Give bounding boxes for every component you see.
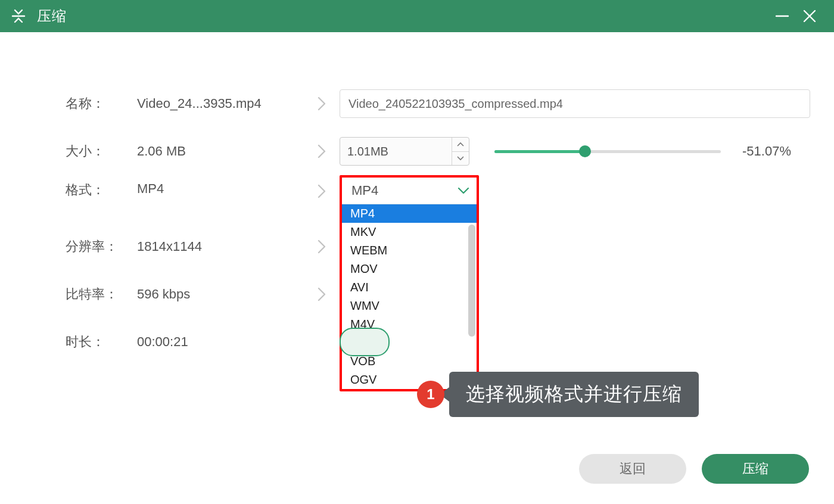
- content-area: 名称： Video_24...3935.mp4 Video_2405221039…: [0, 32, 834, 366]
- chevron-down-icon: [458, 186, 469, 195]
- callout-text: 选择视频格式并进行压缩: [449, 372, 699, 417]
- format-selected-value: MP4: [351, 183, 378, 198]
- duration-target-pill[interactable]: [340, 328, 390, 356]
- target-size-spinner[interactable]: 1.01MB: [340, 137, 469, 166]
- size-step-down[interactable]: [452, 152, 469, 166]
- format-option[interactable]: AVI: [342, 278, 477, 297]
- titlebar: 压缩: [0, 0, 834, 32]
- format-combobox-highlight: MP4 MP4MKVWEBMMOVAVIWMVM4VASFVOBOGV: [340, 175, 479, 391]
- format-option[interactable]: WEBM: [342, 241, 477, 260]
- callout-badge: 1: [417, 381, 444, 408]
- size-slider-fill: [494, 150, 585, 153]
- arrow-icon: [304, 239, 340, 254]
- scrollbar-thumb[interactable]: [468, 225, 475, 337]
- output-name-value: Video_240522103935_compressed.mp4: [348, 97, 563, 111]
- source-name: Video_24...3935.mp4: [137, 96, 304, 111]
- size-slider[interactable]: [494, 150, 721, 153]
- row-format: 格式： MP4 MP4 MP4MKVWEBMMOVAVIWMVM4VASFVOB…: [66, 175, 810, 223]
- output-name-field[interactable]: Video_240522103935_compressed.mp4: [340, 89, 810, 118]
- row-name: 名称： Video_24...3935.mp4 Video_2405221039…: [66, 80, 810, 127]
- minimize-button[interactable]: [768, 0, 796, 32]
- size-slider-thumb[interactable]: [579, 145, 591, 157]
- back-button[interactable]: 返回: [579, 454, 686, 484]
- format-option[interactable]: MP4: [342, 204, 477, 223]
- label-bitrate: 比特率：: [66, 285, 137, 303]
- window-title: 压缩: [37, 7, 67, 26]
- compress-button-label: 压缩: [742, 460, 768, 478]
- format-option[interactable]: MOV: [342, 260, 477, 278]
- back-button-label: 返回: [620, 460, 646, 478]
- size-step-up[interactable]: [452, 138, 469, 152]
- compress-app-icon: [8, 6, 29, 26]
- source-duration: 00:00:21: [137, 334, 304, 350]
- compress-button[interactable]: 压缩: [702, 454, 809, 484]
- row-size: 大小： 2.06 MB 1.01MB: [66, 127, 810, 175]
- label-resolution: 分辨率：: [66, 238, 137, 256]
- source-bitrate: 596 kbps: [137, 287, 304, 302]
- close-button[interactable]: [796, 0, 823, 32]
- source-format: MP4: [137, 175, 304, 197]
- source-resolution: 1814x1144: [137, 239, 304, 254]
- arrow-icon: [304, 96, 340, 111]
- footer-actions: 返回 压缩: [579, 454, 809, 484]
- instruction-callout: 1 选择视频格式并进行压缩: [417, 372, 699, 417]
- source-size: 2.06 MB: [137, 144, 304, 159]
- format-options-list: MP4MKVWEBMMOVAVIWMVM4VASFVOBOGV: [342, 204, 477, 389]
- arrow-icon: [304, 287, 340, 302]
- format-option[interactable]: WMV: [342, 297, 477, 315]
- label-size: 大小：: [66, 142, 137, 160]
- target-size-value: 1.01MB: [340, 138, 452, 165]
- format-option[interactable]: MKV: [342, 223, 477, 241]
- label-name: 名称：: [66, 95, 137, 113]
- label-format: 格式：: [66, 175, 137, 199]
- arrow-icon: [304, 175, 340, 199]
- label-duration: 时长：: [66, 333, 137, 351]
- arrow-icon: [304, 144, 340, 159]
- size-reduction: -51.07%: [742, 144, 791, 159]
- format-combobox[interactable]: MP4: [342, 178, 477, 204]
